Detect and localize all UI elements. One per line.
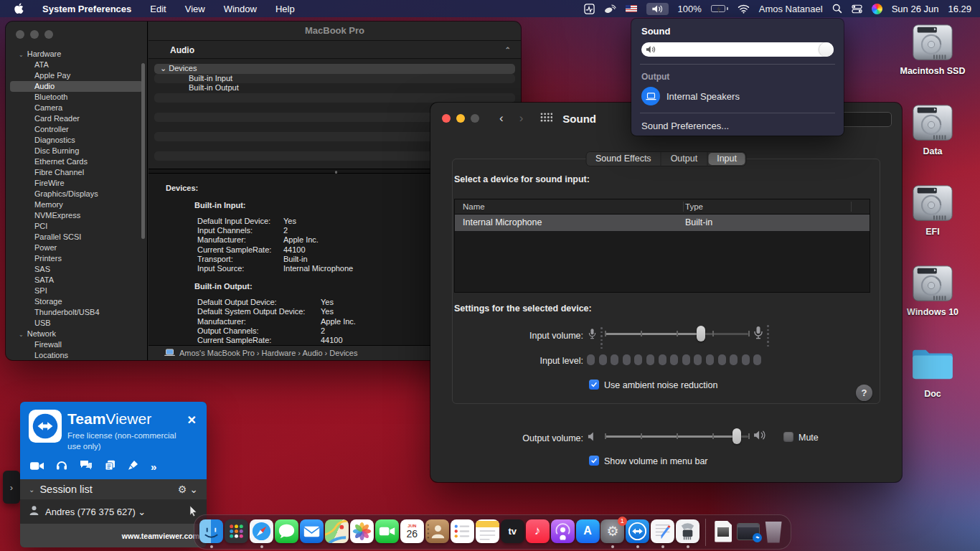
window-controls[interactable]	[6, 22, 147, 39]
dock-item-podcasts[interactable]	[550, 517, 574, 548]
brush-icon[interactable]	[128, 460, 138, 474]
more-chevrons-icon[interactable]: »	[151, 461, 156, 473]
output-volume-slider[interactable]	[605, 429, 748, 443]
ambient-noise-checkbox[interactable]	[589, 380, 599, 390]
breadcrumb-path[interactable]: Amos's MacBook Pro › Hardware › Audio › …	[179, 349, 357, 357]
close-button[interactable]	[442, 114, 451, 123]
dock-item-minimized-window[interactable]	[737, 517, 760, 548]
dock-item-messages[interactable]	[275, 517, 298, 548]
dock-item-appstore[interactable]: A	[575, 517, 599, 548]
sidebar-item-fibre-channel[interactable]: Fibre Channel	[6, 167, 147, 178]
wifi-icon[interactable]	[738, 4, 750, 14]
dock-item-system-preferences[interactable]: ⚙1	[600, 517, 624, 548]
sidebar-item-locations[interactable]: Locations	[6, 350, 147, 360]
desktop-icon-macintosh-ssd[interactable]: Macintosh SSD	[898, 23, 967, 76]
dock-item-system-information[interactable]	[676, 517, 699, 548]
sidebar-item-thunderbolt-usb4[interactable]: Thunderbolt/USB4	[6, 307, 147, 318]
sidebar-item-disc-burning[interactable]: Disc Burning	[6, 146, 147, 156]
sidebar-item-spi[interactable]: SPI	[6, 286, 147, 296]
battery-icon[interactable]	[711, 5, 728, 12]
close-button[interactable]	[16, 30, 24, 39]
menu-help[interactable]: Help	[275, 4, 295, 14]
dock-item-photos[interactable]	[350, 517, 374, 548]
window-controls[interactable]	[442, 114, 479, 123]
sidebar-group-hardware[interactable]: ⌄Hardware	[6, 49, 147, 60]
sidebar-item-memory[interactable]: Memory	[6, 199, 147, 210]
tab-sound-effects[interactable]: Sound Effects	[586, 152, 661, 166]
dock-item-finder[interactable]	[199, 517, 223, 548]
session-list-bar[interactable]: ⌄ Session list ⚙ ⌄	[20, 479, 207, 499]
video-camera-icon[interactable]	[30, 461, 44, 474]
wireless-device-icon[interactable]	[604, 4, 616, 14]
sidebar-item-controller[interactable]: Controller	[6, 124, 147, 135]
desktop-icon-doc[interactable]: Doc	[898, 346, 967, 399]
sidebar-item-diagnostics[interactable]: Diagnostics	[6, 135, 147, 146]
menu-view[interactable]: View	[185, 4, 205, 14]
menu-date[interactable]: Sun 26 Jun	[892, 4, 939, 14]
dock-item-safari[interactable]	[250, 517, 273, 548]
dock-item-maps[interactable]	[325, 517, 349, 548]
pulse-monitor-icon[interactable]	[584, 4, 595, 14]
gear-icon[interactable]: ⚙ ⌄	[178, 484, 198, 495]
sidebar-item-bluetooth[interactable]: Bluetooth	[6, 92, 147, 103]
teamviewer-url[interactable]: www.teamviewer.com	[122, 532, 199, 540]
desktop-icon-data[interactable]: Data	[898, 103, 967, 156]
keyboard-flag-us-icon[interactable]	[626, 5, 637, 12]
sidebar-item-camera[interactable]: Camera	[6, 103, 147, 113]
spotlight-icon[interactable]	[832, 4, 842, 14]
collapse-chevron-icon[interactable]: ⌃	[505, 41, 511, 58]
tree-row-builtin-output[interactable]: Built-in Output	[154, 83, 515, 93]
sidebar-item-power[interactable]: Power	[6, 242, 147, 253]
show-all-grid-icon[interactable]	[540, 112, 552, 125]
device-row[interactable]: Internal MicrophoneBuilt-in	[455, 215, 870, 231]
sidebar-item-sas[interactable]: SAS	[6, 264, 147, 275]
dock-item-contacts[interactable]	[425, 517, 449, 548]
teamviewer-side-tab[interactable]: ›	[3, 471, 20, 504]
sidebar-item-storage[interactable]: Storage	[6, 296, 147, 307]
audio-section-header[interactable]: Audio ⌃	[149, 40, 521, 59]
menu-time[interactable]: 16.29	[948, 4, 971, 14]
sidebar-item-graphics-displays[interactable]: Graphics/Displays	[6, 189, 147, 199]
dock-item-textedit[interactable]	[651, 517, 674, 548]
zoom-button[interactable]	[471, 114, 479, 123]
sidebar-item-card-reader[interactable]: Card Reader	[6, 113, 147, 124]
sidebar-item-printers[interactable]: Printers	[6, 253, 147, 264]
desktop-icon-windows-10[interactable]: Windows 10	[898, 264, 967, 317]
sidebar-item-ata[interactable]: ATA	[6, 60, 147, 70]
dock-item-document[interactable]	[712, 517, 735, 548]
tree-row-builtin-input[interactable]: Built-in Input	[154, 74, 515, 84]
menu-app-name[interactable]: System Preferences	[42, 4, 131, 14]
sidebar-group-network[interactable]: ⌄Network	[6, 329, 147, 339]
sidebar-scrollbar[interactable]	[141, 63, 145, 239]
sidebar-item-pci[interactable]: PCI	[6, 221, 147, 232]
session-user-row[interactable]: Andres (776 375 627) ⌄	[20, 499, 207, 524]
tree-row-devices[interactable]: ⌄ Devices	[154, 64, 515, 74]
desktop-icon-efi[interactable]: EFI	[898, 184, 967, 237]
show-volume-checkbox[interactable]	[589, 456, 599, 466]
sidebar-item-nvmexpress[interactable]: NVMExpress	[6, 210, 147, 221]
forward-button[interactable]: ›	[519, 111, 524, 126]
mute-checkbox[interactable]	[783, 432, 793, 442]
dock-item-reminders[interactable]	[451, 517, 474, 548]
input-volume-slider[interactable]	[605, 326, 748, 341]
sidebar-item-usb[interactable]: USB	[6, 318, 147, 329]
dock-item-appletv[interactable]: tv	[500, 517, 524, 548]
dock-item-calendar[interactable]: JUN26	[400, 517, 424, 548]
dock-item-facetime[interactable]	[375, 517, 399, 548]
menu-edit[interactable]: Edit	[150, 4, 166, 14]
volume-knob[interactable]	[819, 42, 834, 57]
minimize-button[interactable]	[456, 114, 465, 123]
sidebar-item-firewire[interactable]: FireWire	[6, 178, 147, 189]
sidebar-item-parallel-scsi[interactable]: Parallel SCSI	[6, 232, 147, 242]
minimize-button[interactable]	[30, 30, 39, 39]
sidebar-item-sata[interactable]: SATA	[6, 275, 147, 286]
help-button[interactable]: ?	[856, 385, 872, 401]
dock-item-teamviewer[interactable]	[626, 517, 649, 548]
sidebar-item-audio[interactable]: Audio	[10, 81, 143, 92]
sidebar-item-ethernet-cards[interactable]: Ethernet Cards	[6, 156, 147, 167]
dock-item-trash[interactable]	[761, 517, 785, 548]
sidebar-item-apple-pay[interactable]: Apple Pay	[6, 70, 147, 81]
sound-preferences-item[interactable]: Sound Preferences...	[641, 121, 834, 131]
dock-item-launchpad[interactable]	[225, 517, 248, 548]
output-device-item[interactable]: Internal Speakers	[641, 87, 834, 105]
